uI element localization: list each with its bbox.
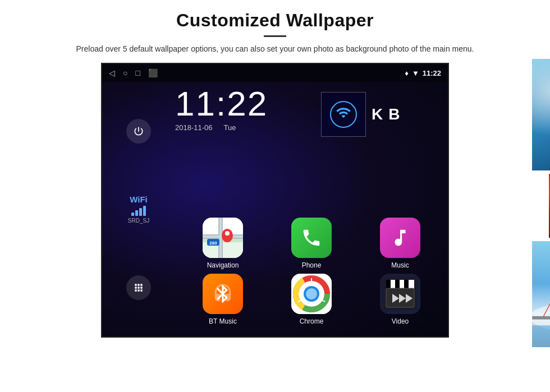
home-icon[interactable]: ○ [123,68,127,77]
chrome-label: Chrome [300,317,324,325]
apps-button[interactable] [126,275,151,300]
location-icon: ♦ [405,69,409,77]
svg-text:280: 280 [209,241,217,246]
app-navigation[interactable]: 280 Navigation [181,218,265,269]
svg-rect-23 [395,280,400,289]
app-music[interactable]: Music [358,218,442,269]
video-icon [380,274,420,314]
chrome-icon [291,274,332,314]
status-bar: ◁ ○ □ ⬛ ♦ ▼ 11:22 [102,64,448,82]
wifi-ssid: SRD_SJ [128,218,149,224]
wifi-signal-icon [336,105,351,124]
back-icon[interactable]: ◁ [109,68,115,77]
power-button[interactable] [126,119,151,144]
svg-rect-24 [404,280,409,289]
title-divider [264,35,286,37]
android-screen: ◁ ○ □ ⬛ ♦ ▼ 11:22 WiFi [101,63,449,338]
screen-wrapper: ◁ ○ □ ⬛ ♦ ▼ 11:22 WiFi [0,63,550,338]
ice-texture [532,59,550,170]
status-bar-right: ♦ ▼ 11:22 [405,69,441,77]
left-sidebar: WiFi SRD_SJ [102,82,175,336]
wifi-bars [128,206,149,216]
svg-rect-22 [386,280,391,289]
app-video[interactable]: Video [358,274,442,325]
k-widget[interactable]: K [372,105,383,123]
navigation-icon: 280 [203,218,243,258]
page-header: Customized Wallpaper Preload over 5 defa… [0,0,550,63]
video-label: Video [392,317,409,325]
status-bar-left: ◁ ○ □ ⬛ [109,68,158,77]
bridge-texture [532,241,550,347]
wifi-info: WiFi SRD_SJ [128,195,149,224]
phone-label: Phone [302,261,322,269]
wifi-widget[interactable] [321,92,366,137]
clock-day: Tue [224,123,236,132]
clock-date-value: 2018-11-06 [175,123,213,132]
clock-date: 2018-11-06 Tue [175,123,268,132]
status-time: 11:22 [423,69,441,77]
wifi-bar-3 [139,208,142,216]
bt-music-icon [203,274,243,314]
recents-icon[interactable]: □ [135,68,140,77]
app-bt-music[interactable]: BT Music [181,274,265,325]
page-description: Preload over 5 default wallpaper options… [34,43,516,55]
wallpaper-2 [547,172,550,239]
wifi-label: WiFi [128,195,149,204]
app-phone[interactable]: Phone [269,218,354,269]
wifi-widget-icon [330,101,357,128]
svg-point-8 [225,231,230,236]
music-icon [380,218,420,258]
clock-time: 11:22 [175,86,268,121]
widget-area: K B [321,92,400,137]
svg-point-16 [306,288,317,299]
page-title: Customized Wallpaper [34,10,516,31]
screenshot-icon[interactable]: ⬛ [148,68,158,77]
svg-rect-41 [532,316,550,320]
navigation-label: Navigation [207,261,239,269]
bt-music-label: BT Music [209,317,237,325]
music-label: Music [391,261,409,269]
app-grid: 280 Navigation Phone [175,212,448,331]
svg-rect-42 [532,326,550,348]
wifi-bar-4 [143,206,146,216]
wifi-bar-1 [131,213,134,216]
app-chrome[interactable]: Chrome [269,274,354,325]
b-widget[interactable]: B [388,105,400,123]
wifi-bar-2 [135,210,138,216]
clock-section: 11:22 2018-11-06 Tue [175,86,268,132]
phone-icon [291,218,332,258]
wallpaper-photos: CarSetting [457,57,550,349]
signal-icon: ▼ [412,69,419,77]
wallpaper-1 [530,57,550,172]
wallpaper-3: CarSetting [530,239,550,349]
